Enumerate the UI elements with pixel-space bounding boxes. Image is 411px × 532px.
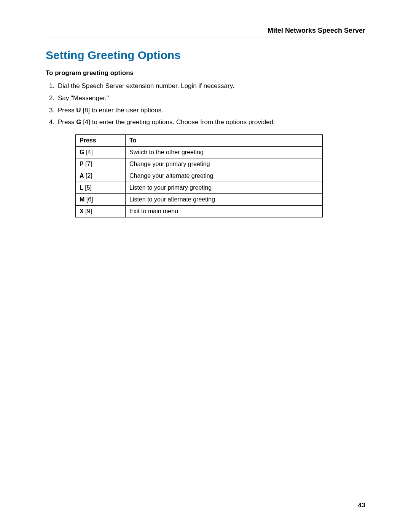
press-cell: L [5] [76,182,126,194]
press-key: A [80,173,84,179]
table-row: M [6] Listen to your alternate greeting [76,194,323,206]
step-3-post: [8] to enter the user options. [81,107,163,114]
table-header-row: Press To [76,135,323,147]
step-1-text: Dial the Speech Server extension number.… [58,82,234,89]
step-2: Say "Messenger." [56,94,365,103]
press-cell: P [7] [76,158,126,170]
press-key: M [80,196,84,203]
table-row: P [7] Change your primary greeting [76,158,323,170]
desc-cell: Change your primary greeting [126,158,323,170]
press-num: [7] [84,161,92,167]
step-2-text: Say "Messenger." [58,94,109,102]
th-to: To [126,135,323,147]
step-4-pre: Press [58,118,76,126]
desc-cell: Switch to the other greeting [126,147,323,158]
press-num: [6] [84,196,93,203]
header-title: Mitel Networks Speech Server [268,27,365,34]
step-3-key: U [76,107,81,114]
table-row: G [4] Switch to the other greeting [76,147,323,158]
step-4: Press G [4] to enter the greeting option… [56,118,365,127]
desc-cell: Exit to main menu [126,206,323,217]
table-row: X [9] Exit to main menu [76,206,323,217]
section-subheading: To program greeting options [46,69,365,77]
desc-cell: Change your alternate greeting [126,170,323,182]
steps-list: Dial the Speech Server extension number.… [56,81,365,127]
press-num: [2] [84,173,92,179]
press-cell: X [9] [76,206,126,217]
page-number: 43 [358,502,365,509]
desc-cell: Listen to your alternate greeting [126,194,323,206]
page-header: Mitel Networks Speech Server [46,27,365,37]
step-3: Press U [8] to enter the user options. [56,106,365,115]
table-row: A [2] Change your alternate greeting [76,170,323,182]
press-key: G [80,149,84,155]
step-1: Dial the Speech Server extension number.… [56,81,365,91]
section-title: Setting Greeting Options [46,49,365,62]
press-num: [5] [83,184,92,191]
press-key: L [80,184,83,191]
press-cell: M [6] [76,194,126,206]
step-4-post: [4] to enter the greeting options. Choos… [81,118,275,126]
desc-cell: Listen to your primary greeting [126,182,323,194]
step-4-key: G [76,118,81,126]
press-cell: G [4] [76,147,126,158]
th-press: Press [76,135,126,147]
press-num: [4] [84,149,92,155]
press-key: X [80,208,84,214]
options-table: Press To G [4] Switch to the other greet… [75,134,323,217]
press-num: [9] [84,208,92,214]
press-key: P [80,161,84,167]
press-cell: A [2] [76,170,126,182]
document-page: Mitel Networks Speech Server Setting Gre… [0,0,411,532]
step-3-pre: Press [58,107,76,114]
table-row: L [5] Listen to your primary greeting [76,182,323,194]
